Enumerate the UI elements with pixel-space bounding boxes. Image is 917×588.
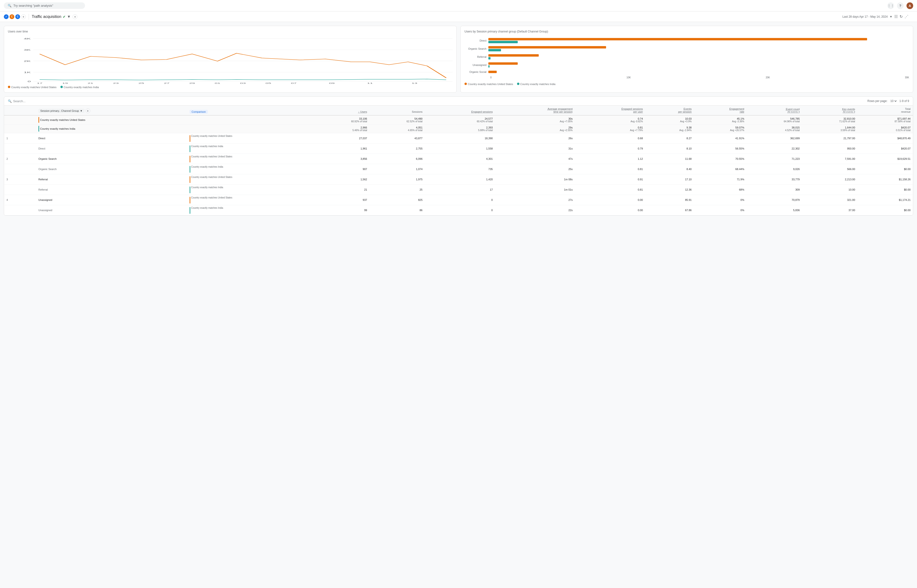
line-chart-title: Users over time bbox=[8, 30, 452, 33]
svg-text:2K: 2K bbox=[24, 60, 31, 62]
th-sessions[interactable]: Sessions bbox=[370, 105, 425, 115]
svg-text:13: 13 bbox=[412, 82, 417, 84]
th-events-per-session[interactable]: Events per session bbox=[645, 105, 694, 115]
svg-text:01: 01 bbox=[215, 82, 220, 84]
rows-per-page-select[interactable]: 10 25 50 bbox=[889, 99, 898, 103]
th-event-count[interactable]: Event count All events ▾ bbox=[747, 105, 802, 115]
bar-chart-title: Users by Session primary channel group (… bbox=[465, 30, 909, 33]
total-row-us: Country exactly matches United States 33… bbox=[4, 115, 913, 124]
grid-icon[interactable]: ⋮⋮ bbox=[887, 2, 894, 9]
tab-left: ✓ C C + Traffic acquisition ✔ ▼ + bbox=[4, 14, 77, 19]
dropdown-icon: ▼ bbox=[80, 109, 82, 112]
table-wrapper: Session primary.. Channel Group ▼ + Comp… bbox=[4, 105, 913, 215]
table-row: 3Referral Country exactly matches United… bbox=[4, 174, 913, 185]
dimension-filter-tag[interactable]: Session primary.. Channel Group ▼ bbox=[39, 109, 84, 113]
tab-dot-c1[interactable]: C bbox=[10, 15, 15, 19]
us-color-bar bbox=[39, 117, 39, 123]
svg-text:0: 0 bbox=[27, 80, 31, 82]
pagination: Rows per page: 10 25 50 1-9 of 9 bbox=[867, 99, 909, 103]
th-engaged-per-user[interactable]: Engaged sessions per user bbox=[575, 105, 645, 115]
table-body: Country exactly matches United States 33… bbox=[4, 115, 913, 215]
pagination-text: 1-9 of 9 bbox=[899, 99, 909, 103]
page-title: Traffic acquisition ✔ ▼ bbox=[32, 15, 71, 19]
top-bar-icons: ⋮⋮ ? A bbox=[887, 2, 913, 9]
table-row: 4Unassigned Country exactly matches Unit… bbox=[4, 195, 913, 205]
table-header-row: Session primary.. Channel Group ▼ + Comp… bbox=[4, 105, 913, 115]
top-bar: 🔍 Try searching "path analysis" ⋮⋮ ? A bbox=[0, 0, 917, 11]
tab-dot-c2[interactable]: C bbox=[15, 15, 20, 19]
line-chart-svg: 4K 3K 2K 1K 0 17 Apr 19 21 23 25 bbox=[8, 36, 452, 84]
in-color-bar bbox=[39, 126, 39, 132]
sparkline-icon[interactable]: ⠀ bbox=[910, 15, 913, 19]
bar-chart-area: Direct Organic Search Referral bbox=[465, 36, 909, 81]
svg-text:21: 21 bbox=[88, 82, 94, 84]
search-box[interactable]: 🔍 Try searching "path analysis" bbox=[4, 2, 85, 9]
search-icon: 🔍 bbox=[8, 99, 12, 103]
bar-row-organic: Organic Search bbox=[465, 46, 909, 51]
total-row-in: Country exactly matches India 2,966 5.46… bbox=[4, 124, 913, 133]
table-row: 2Organic Search Country exactly matches … bbox=[4, 154, 913, 164]
bar-organic-in bbox=[488, 49, 501, 51]
date-dropdown-icon[interactable]: ▼ bbox=[890, 15, 893, 18]
svg-text:19: 19 bbox=[62, 82, 68, 84]
th-key-events[interactable]: Key events All events ▾ bbox=[802, 105, 857, 115]
clock-icon[interactable]: ↻ bbox=[899, 15, 902, 19]
add-tab-button[interactable]: + bbox=[21, 15, 26, 19]
add-dimension-button[interactable]: + bbox=[86, 108, 90, 113]
svg-text:27: 27 bbox=[164, 82, 170, 84]
data-table: Session primary.. Channel Group ▼ + Comp… bbox=[4, 105, 913, 215]
svg-text:3K: 3K bbox=[24, 49, 31, 51]
svg-text:25: 25 bbox=[139, 82, 144, 84]
search-icon: 🔍 bbox=[8, 4, 11, 7]
svg-text:17: 17 bbox=[37, 82, 42, 84]
svg-text:1K: 1K bbox=[24, 71, 31, 74]
search-placeholder: Try searching "path analysis" bbox=[13, 4, 53, 7]
bar-social-us bbox=[488, 71, 497, 73]
th-engaged-sessions[interactable]: Engaged sessions bbox=[425, 105, 495, 115]
help-icon[interactable]: ? bbox=[897, 2, 904, 9]
share-icon[interactable]: ⋰ bbox=[904, 15, 908, 19]
table-row: 1Direct Country exactly matches United S… bbox=[4, 133, 913, 144]
dropdown-icon[interactable]: ▼ bbox=[67, 15, 71, 19]
main-content: Users over time 4K 3K 2K 1K 0 bbox=[0, 22, 917, 220]
bar-direct-us bbox=[488, 38, 867, 40]
svg-text:29: 29 bbox=[189, 82, 195, 84]
th-engagement-rate[interactable]: Engagement rate bbox=[694, 105, 747, 115]
th-dimension[interactable]: Session primary.. Channel Group ▼ + bbox=[36, 105, 187, 115]
th-num bbox=[4, 105, 36, 115]
table-row: Referral Country exactly matches India 2… bbox=[4, 185, 913, 195]
bar-row-direct: Direct bbox=[465, 38, 909, 43]
bar-unassigned-in bbox=[488, 65, 489, 68]
bar-organic-us bbox=[488, 46, 606, 48]
svg-text:03: 03 bbox=[240, 82, 246, 84]
bar-chart-card: Users by Session primary channel group (… bbox=[460, 26, 913, 93]
account-icon[interactable]: A bbox=[906, 2, 913, 9]
line-chart-legend: Country exactly matches United States Co… bbox=[8, 86, 452, 89]
tab-bar: ✓ C C + Traffic acquisition ✔ ▼ + Last 2… bbox=[0, 11, 917, 22]
svg-text:11: 11 bbox=[367, 82, 373, 84]
th-avg-engagement[interactable]: Average engagement time per session bbox=[495, 105, 575, 115]
svg-text:23: 23 bbox=[113, 82, 119, 84]
svg-text:09: 09 bbox=[329, 82, 335, 84]
line-chart-area: 4K 3K 2K 1K 0 17 Apr 19 21 23 25 bbox=[8, 36, 452, 84]
table-search[interactable]: 🔍 Search... bbox=[8, 99, 26, 103]
table-card: 🔍 Search... Rows per page: 10 25 50 1-9 … bbox=[4, 97, 913, 216]
th-total-revenue[interactable]: Total revenue bbox=[857, 105, 913, 115]
tab-dot-check[interactable]: ✓ bbox=[4, 15, 9, 19]
table-row: Organic Search Country exactly matches I… bbox=[4, 164, 913, 174]
add-report-button[interactable]: + bbox=[73, 15, 77, 19]
bar-row-unassigned: Unassigned bbox=[465, 62, 909, 68]
bar-referral-us bbox=[488, 54, 539, 57]
compare-icon[interactable]: ☷ bbox=[894, 15, 898, 19]
table-row: Unassigned Country exactly matches India… bbox=[4, 205, 913, 215]
table-row: Direct Country exactly matches India 1,9… bbox=[4, 144, 913, 154]
bar-row-social: Organic Social bbox=[465, 71, 909, 73]
bar-unassigned-us bbox=[488, 62, 518, 65]
th-users[interactable]: ↓ Users bbox=[314, 105, 370, 115]
bar-row-referral: Referral bbox=[465, 54, 909, 60]
th-comparison: Comparison bbox=[187, 105, 314, 115]
bar-direct-in bbox=[488, 41, 518, 43]
line-chart-card: Users over time 4K 3K 2K 1K 0 bbox=[4, 26, 457, 93]
charts-row: Users over time 4K 3K 2K 1K 0 bbox=[4, 26, 913, 93]
bar-x-axis: 010K20K30K bbox=[465, 76, 909, 79]
